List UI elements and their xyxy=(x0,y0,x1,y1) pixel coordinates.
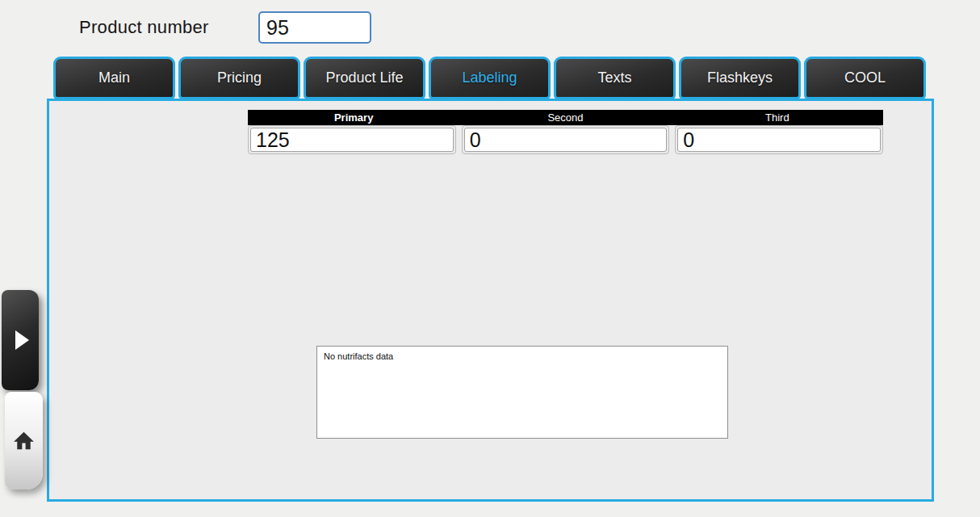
label-type-column-headers: Primary Second Third xyxy=(248,110,883,125)
product-number-label: Product number xyxy=(79,17,209,38)
column-header-second: Second xyxy=(459,110,671,125)
home-button[interactable] xyxy=(5,392,43,490)
column-header-primary: Primary xyxy=(248,110,459,125)
tab-texts[interactable]: Texts xyxy=(554,57,676,99)
expand-drawer-button[interactable] xyxy=(2,290,39,390)
tab-flashkeys[interactable]: Flashkeys xyxy=(679,57,801,99)
labeling-screen: Product number Main Pricing Product Life… xyxy=(0,0,980,517)
tab-product-life[interactable]: Product Life xyxy=(304,57,425,99)
right-arrow-icon xyxy=(15,330,29,350)
tab-main[interactable]: Main xyxy=(53,57,175,99)
label-type-third-wrap xyxy=(675,125,883,154)
tab-bar: Main Pricing Product Life Labeling Texts… xyxy=(53,57,926,99)
tab-cool[interactable]: COOL xyxy=(804,57,926,99)
labeling-panel xyxy=(47,99,934,502)
tab-pricing[interactable]: Pricing xyxy=(178,57,300,99)
product-number-input[interactable] xyxy=(258,11,371,44)
label-type-second-input[interactable] xyxy=(464,128,668,152)
label-type-fields xyxy=(248,125,883,154)
label-type-primary-input[interactable] xyxy=(250,128,454,152)
label-type-primary-wrap xyxy=(248,125,456,154)
label-type-second-wrap xyxy=(462,125,670,154)
home-icon xyxy=(13,430,35,452)
column-header-third: Third xyxy=(672,110,883,125)
tab-labeling[interactable]: Labeling xyxy=(429,57,551,99)
label-type-third-input[interactable] xyxy=(677,128,881,152)
nutrifacts-textarea[interactable]: No nutrifacts data xyxy=(316,346,728,439)
